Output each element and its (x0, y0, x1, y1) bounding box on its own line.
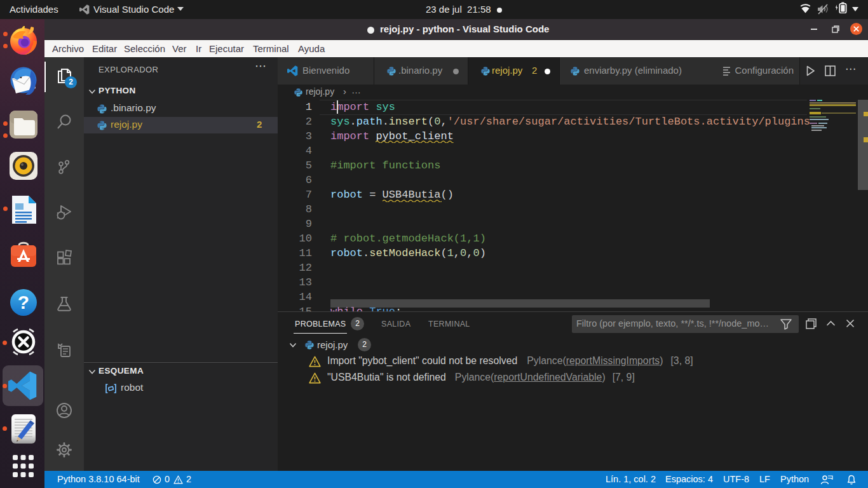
svg-text:?: ? (18, 292, 29, 313)
